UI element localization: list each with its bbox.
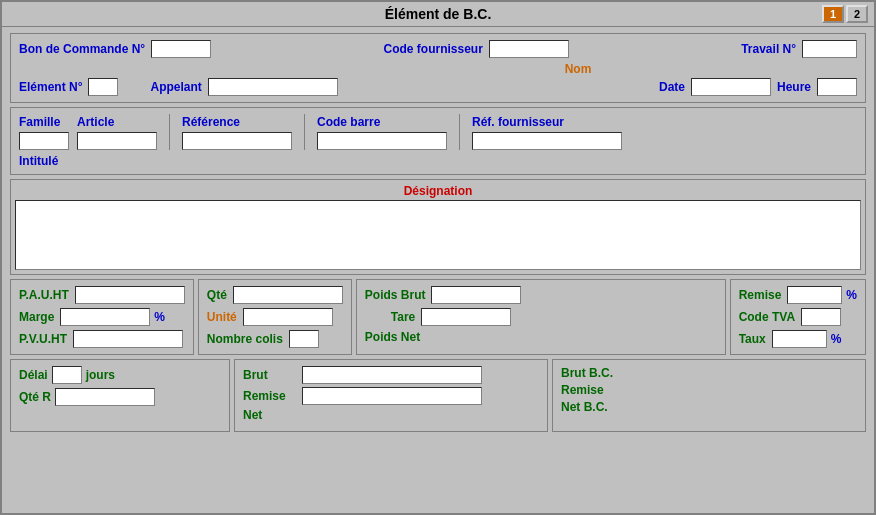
date-input[interactable] [691, 78, 771, 96]
content-area: Bon de Commande N° Code fournisseur Trav… [2, 27, 874, 513]
qte-r-row: Qté R [19, 388, 221, 406]
taux-label: Taux [739, 332, 766, 346]
net-bc-label: Net B.C. [561, 400, 608, 414]
brut-bc-row: Brut B.C. [561, 366, 857, 380]
code-tva-input[interactable] [801, 308, 841, 326]
code-barre-group: Code barre [317, 115, 447, 150]
nombre-colis-input[interactable] [289, 330, 319, 348]
ref-fournisseur-label: Réf. fournisseur [472, 115, 622, 129]
poids-brut-row: Poids Brut [365, 286, 717, 304]
reference-label: Référence [182, 115, 292, 129]
pvuht-label: P.V.U.HT [19, 332, 67, 346]
ref-fournisseur-group: Réf. fournisseur [472, 115, 622, 150]
reference-group: Référence [182, 115, 292, 150]
intitule-label: Intitulé [19, 154, 58, 168]
pvuht-input[interactable] [73, 330, 183, 348]
btn-2[interactable]: 2 [846, 5, 868, 23]
title-bar: Élément de B.C. 1 2 [2, 2, 874, 27]
designation-textarea[interactable] [15, 200, 861, 270]
row-commande: Bon de Commande N° Code fournisseur Trav… [19, 40, 857, 58]
intitule-row: Intitulé [19, 154, 857, 168]
famille-input[interactable] [19, 132, 69, 150]
pauht-label: P.A.U.HT [19, 288, 69, 302]
delai-row: Délai jours [19, 366, 221, 384]
poids-brut-input[interactable] [431, 286, 521, 304]
qte-r-input[interactable] [55, 388, 155, 406]
main-window: Élément de B.C. 1 2 Bon de Commande N° C… [0, 0, 876, 515]
heure-label: Heure [777, 80, 811, 94]
marge-input[interactable] [60, 308, 150, 326]
article-input[interactable] [77, 132, 157, 150]
travail-input[interactable] [802, 40, 857, 58]
pct3-label: % [831, 332, 842, 346]
section-reference: Famille Article Référence Code barre [10, 107, 866, 175]
qte-r-label: Qté R [19, 390, 51, 404]
remise-input[interactable] [787, 286, 842, 304]
ref-labels-row: Famille Article Référence Code barre [19, 114, 857, 150]
qte-label: Qté [207, 288, 227, 302]
remise-bc-label: Remise [561, 383, 604, 397]
bottom-row: P.A.U.HT Marge % P.V.U.HT Qté [10, 279, 866, 355]
travail-label: Travail N° [741, 42, 796, 56]
famille-label: Famille [19, 115, 69, 129]
bon-commande-label: Bon de Commande N° [19, 42, 145, 56]
row-element: Elément N° Appelant Date Heure [19, 78, 857, 96]
section-delai: Délai jours Qté R [10, 359, 230, 432]
code-fournisseur-label: Code fournisseur [383, 42, 482, 56]
designation-section: Désignation [10, 179, 866, 275]
row-nom: Nom [299, 62, 857, 76]
section-brut-bc: Brut B.C. Remise Net B.C. [552, 359, 866, 432]
pauht-row: P.A.U.HT [19, 286, 185, 304]
remise-bc-row: Remise [561, 383, 857, 397]
section-poids: Poids Brut Tare Poids Net [356, 279, 726, 355]
element-input[interactable] [88, 78, 118, 96]
taux-row: Taux % [739, 330, 857, 348]
net-row: Net [243, 408, 539, 422]
remise-row: Remise % [739, 286, 857, 304]
qte-row: Qté [207, 286, 343, 304]
btn-1[interactable]: 1 [822, 5, 844, 23]
pvuht-row: P.V.U.HT [19, 330, 185, 348]
code-barre-input[interactable] [317, 132, 447, 150]
article-group: Article [77, 115, 157, 150]
remise2-input[interactable] [302, 387, 482, 405]
unite-row: Unité [207, 308, 343, 326]
jours-label: jours [86, 368, 115, 382]
tare-input[interactable] [421, 308, 511, 326]
title-buttons: 1 2 [822, 5, 868, 23]
net-label: Net [243, 408, 298, 422]
ref-fournisseur-input[interactable] [472, 132, 622, 150]
unite-input[interactable] [243, 308, 333, 326]
appelant-input[interactable] [208, 78, 338, 96]
poids-brut-label: Poids Brut [365, 288, 426, 302]
brut-input[interactable] [302, 366, 482, 384]
delai-label: Délai [19, 368, 48, 382]
code-barre-label: Code barre [317, 115, 447, 129]
brut-bc-label: Brut B.C. [561, 366, 613, 380]
poids-net-row: Poids Net [365, 330, 717, 344]
poids-net-label: Poids Net [365, 330, 420, 344]
bon-commande-input[interactable] [151, 40, 211, 58]
appelant-label: Appelant [150, 80, 201, 94]
pauht-input[interactable] [75, 286, 185, 304]
nombre-colis-row: Nombre colis [207, 330, 343, 348]
section-qte: Qté Unité Nombre colis [198, 279, 352, 355]
brut-row: Brut [243, 366, 539, 384]
remise-label: Remise [739, 288, 782, 302]
net-bc-row: Net B.C. [561, 400, 857, 414]
designation-header: Désignation [15, 184, 861, 198]
reference-input[interactable] [182, 132, 292, 150]
final-row-container: Délai jours Qté R Brut Remise [10, 359, 866, 432]
code-tva-label: Code TVA [739, 310, 795, 324]
taux-input[interactable] [772, 330, 827, 348]
code-fournisseur-input[interactable] [489, 40, 569, 58]
heure-input[interactable] [817, 78, 857, 96]
qte-input[interactable] [233, 286, 343, 304]
nom-label: Nom [565, 62, 592, 76]
section-brut: Brut Remise Net [234, 359, 548, 432]
element-label: Elément N° [19, 80, 82, 94]
pct-label: % [154, 310, 165, 324]
nombre-colis-label: Nombre colis [207, 332, 283, 346]
delai-input[interactable] [52, 366, 82, 384]
remise2-label: Remise [243, 389, 298, 403]
